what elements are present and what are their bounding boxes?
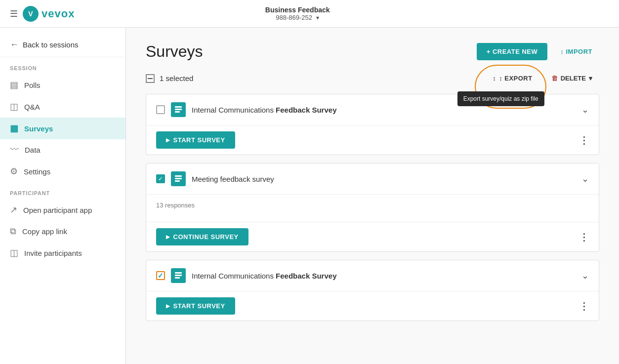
survey-card-2: ✓ Meeting feedback survey ⌄ 13 responses… [146,163,599,252]
page-header: Surveys + CREATE NEW ↕ IMPORT [146,42,599,61]
selection-bar: 1 selected ↕ ↕ EXPORT Export survey/quiz… [146,71,599,86]
header-actions: + CREATE NEW ↕ IMPORT [477,43,599,60]
logo-area: V vevox [23,6,75,22]
survey-1-more-options-icon[interactable]: ⋮ [579,134,589,146]
survey-card-2-header: ✓ Meeting feedback survey ⌄ [146,163,599,194]
delete-icon: 🗑 [551,75,558,82]
sidebar-item-invite[interactable]: ◫ Invite participants [0,242,125,264]
survey-1-name: Internal Communications Feedback Survey [192,106,336,114]
survey-3-type-icon [171,268,186,283]
delete-label: DELETE [561,75,586,82]
surveys-label: Surveys [24,124,53,133]
polls-icon: ▤ [10,80,18,90]
selection-left: 1 selected [146,74,193,83]
session-info[interactable]: Business Feedback 988-869-252 ▾ [265,6,330,21]
survey-card-2-body: 13 responses [146,194,599,222]
create-new-label: + CREATE NEW [487,48,538,55]
survey-1-play-icon: ▶ [166,137,170,143]
open-app-icon: ↗ [10,204,17,215]
survey-3-more-options-icon[interactable]: ⋮ [579,300,589,312]
session-section-label: SESSION [0,57,125,74]
open-app-label: Open participant app [23,206,92,214]
sidebar-item-surveys[interactable]: ▦ Surveys [0,118,125,139]
settings-label: Settings [24,167,50,176]
survey-2-checkbox[interactable]: ✓ [156,174,165,183]
survey-3-checkbox[interactable]: ✓ [156,271,165,280]
session-dropdown-icon[interactable]: ▾ [316,14,319,21]
survey-1-chevron-icon[interactable]: ⌄ [581,104,589,115]
survey-2-more-options-icon[interactable]: ⋮ [579,231,589,243]
survey-card-3-footer: ▶ START SURVEY ⋮ [146,291,599,321]
page-title: Surveys [146,42,203,61]
import-label: ↕ IMPORT [560,48,592,55]
export-button[interactable]: ↕ ↕ EXPORT [486,71,539,86]
data-label: Data [25,146,41,154]
svg-rect-0 [175,106,182,108]
svg-rect-6 [175,272,182,274]
sidebar-item-settings[interactable]: ⚙ Settings [0,161,125,182]
survey-card-3-header: ✓ Internal Communications Feedback Surve… [146,260,599,291]
export-label: ↕ EXPORT [499,75,533,82]
create-new-button[interactable]: + CREATE NEW [477,43,548,60]
polls-label: Polls [24,81,41,89]
minus-icon [148,78,153,79]
sidebar-item-polls[interactable]: ▤ Polls [0,74,125,96]
survey-3-check-icon: ✓ [158,272,164,280]
selection-count: 1 selected [160,74,193,82]
nav-left: ☰ V vevox [10,6,75,22]
survey-2-action-label: CONTINUE SURVEY [173,233,239,241]
survey-2-continue-button[interactable]: ▶ CONTINUE SURVEY [156,228,248,245]
svg-rect-5 [175,180,180,182]
survey-1-start-button[interactable]: ▶ START SURVEY [156,131,235,149]
select-all-checkbox[interactable] [146,74,155,83]
session-id-row: 988-869-252 ▾ [265,14,330,21]
survey-card-1-footer: ▶ START SURVEY ⋮ [146,125,599,155]
layout: ← Back to sessions SESSION ▤ Polls ◫ Q&A… [0,28,619,364]
svg-rect-7 [175,275,182,276]
survey-2-responses: 13 responses [156,202,589,209]
survey-3-name: Internal Communications Feedback Survey [192,272,336,280]
survey-3-start-button[interactable]: ▶ START SURVEY [156,297,235,315]
sidebar-item-qa[interactable]: ◫ Q&A [0,96,125,118]
sidebar-item-data[interactable]: 〰 Data [0,139,125,161]
survey-card-2-footer: ▶ CONTINUE SURVEY ⋮ [146,222,599,251]
survey-3-action-label: START SURVEY [173,302,225,310]
export-icon: ↕ [493,75,496,82]
sidebar: ← Back to sessions SESSION ▤ Polls ◫ Q&A… [0,28,126,364]
surveys-icon: ▦ [10,123,18,134]
survey-2-type-icon [171,171,186,186]
survey-1-checkbox[interactable] [156,105,165,114]
back-label: Back to sessions [23,40,79,49]
survey-2-chevron-icon[interactable]: ⌄ [581,173,589,184]
survey-3-chevron-icon[interactable]: ⌄ [581,270,589,281]
svg-rect-8 [175,277,180,279]
logo-text: vevox [41,7,75,20]
back-to-sessions[interactable]: ← Back to sessions [0,33,125,57]
survey-3-play-icon: ▶ [166,303,170,309]
session-name: Business Feedback [265,6,330,14]
main-content: Surveys + CREATE NEW ↕ IMPORT 1 selected [126,28,619,364]
back-arrow-icon: ← [10,40,19,50]
survey-2-name: Meeting feedback survey [192,175,274,183]
sidebar-item-open-app[interactable]: ↗ Open participant app [0,199,125,221]
copy-link-icon: ⧉ [10,226,16,237]
session-id: 988-869-252 [276,14,312,21]
qa-label: Q&A [24,103,40,111]
survey-card-3-left: ✓ Internal Communications Feedback Surve… [156,268,336,283]
delete-dropdown-icon: ▾ [589,75,592,82]
top-nav: ☰ V vevox Business Feedback 988-869-252 … [0,0,619,28]
svg-rect-3 [175,175,182,177]
export-tooltip: Export survey/quiz as zip file [457,91,544,106]
participant-section-label: PARTICIPANT [0,182,125,199]
survey-2-play-icon: ▶ [166,234,170,240]
delete-button[interactable]: 🗑 DELETE ▾ [544,71,599,86]
logo-icon: V [23,6,39,22]
settings-icon: ⚙ [10,166,18,177]
hamburger-icon[interactable]: ☰ [10,8,18,19]
import-button[interactable]: ↕ IMPORT [553,43,599,60]
svg-rect-2 [175,111,180,113]
sidebar-item-copy-link[interactable]: ⧉ Copy app link [0,221,125,242]
survey-card-2-left: ✓ Meeting feedback survey [156,171,274,186]
survey-card-3: ✓ Internal Communications Feedback Surve… [146,260,599,321]
survey-1-action-label: START SURVEY [173,136,225,144]
